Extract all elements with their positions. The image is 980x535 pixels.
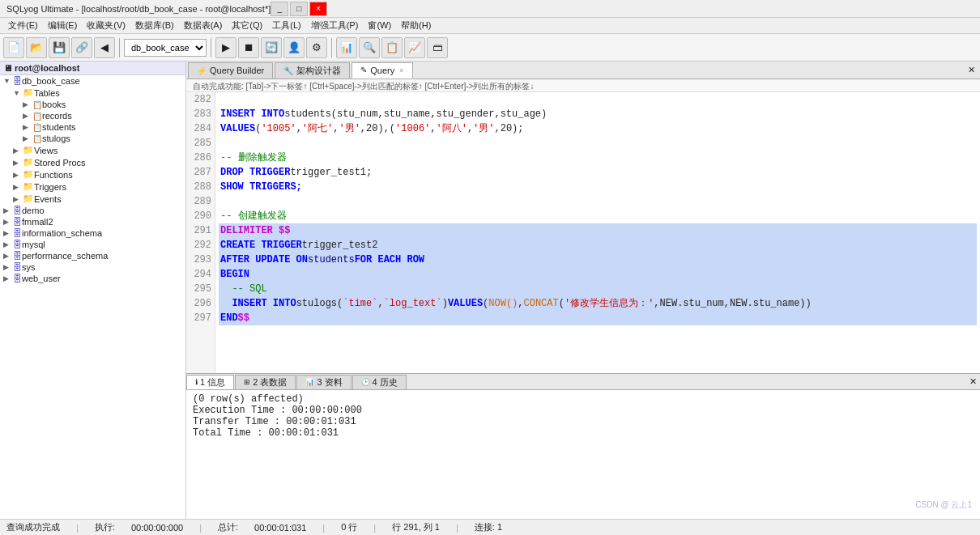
tab-query-close[interactable]: × (399, 66, 403, 74)
code-296-comma: , (377, 296, 383, 311)
sidebar-item-events[interactable]: ▶ 📁 Events (0, 193, 185, 205)
code-line-292: CREATE TRIGGER trigger_test2 (219, 238, 977, 253)
close-button[interactable]: × (309, 2, 327, 16)
toolbar-btn-extra2[interactable]: 🔍 (359, 37, 380, 58)
result-tab-info2-label: 3 资料 (317, 376, 342, 389)
arrow-icon: ▶ (3, 229, 13, 237)
root-icon: 🖥 (3, 63, 12, 73)
sidebar-item-mysql[interactable]: ▶ 🗄 mysql (0, 239, 185, 250)
menu-table[interactable]: 数据表(A) (179, 19, 228, 32)
sidebar-item-sys[interactable]: ▶ 🗄 sys (0, 261, 185, 273)
result-tab-history[interactable]: 🕒 4 历史 (352, 375, 407, 389)
information-schema-label: information_schema (22, 228, 102, 238)
sidebar-item-books[interactable]: ▶ 📋 books (0, 99, 185, 110)
sidebar-root[interactable]: 🖥 root@localhost (0, 62, 185, 75)
toolbar-execute[interactable]: ▶ (215, 37, 236, 58)
toolbar-open[interactable]: 📂 (26, 37, 47, 58)
folder-icon: 📁 (23, 145, 34, 155)
sidebar-item-db-book-case[interactable]: ▼ 🗄 db_book_case (0, 75, 185, 87)
sidebar-item-tables[interactable]: ▼ 📁 Tables (0, 87, 185, 99)
code-line-282 (219, 92, 977, 107)
folder-icon: 📁 (23, 157, 34, 168)
str-aq7: '阿七' (302, 121, 333, 136)
code-296-comma2: , (518, 296, 523, 311)
maximize-button[interactable]: □ (290, 2, 308, 16)
result-tab-info2[interactable]: 📊 3 资料 (296, 375, 351, 389)
code-296-indent (220, 296, 232, 311)
tbl-students: students (308, 253, 355, 267)
toolbar-btn-extra4[interactable]: 📈 (404, 37, 425, 58)
line-num-286: 286 (190, 151, 211, 165)
menu-tools[interactable]: 工具(L) (267, 19, 305, 32)
folder-icon: 📁 (23, 193, 34, 204)
toolbar-refresh[interactable]: 🔄 (261, 37, 282, 58)
code-editor[interactable]: INSERT INTO students(stu_num,stu_name,st… (215, 92, 980, 373)
results-close-button[interactable]: ✕ (966, 376, 980, 387)
web-user-label: web_user (22, 274, 61, 283)
kw-values2: VALUES (448, 296, 483, 311)
titlebar-controls[interactable]: _ □ × (271, 2, 327, 16)
menu-database[interactable]: 数据库(B) (130, 19, 179, 32)
menu-file[interactable]: 文件(E) (3, 19, 43, 32)
sidebar-item-performance-schema[interactable]: ▶ 🗄 performance_schema (0, 250, 185, 261)
menu-edit[interactable]: 编辑(E) (43, 19, 83, 32)
kw-drop: DROP TRIGGER (220, 165, 290, 180)
sys-label: sys (22, 262, 36, 272)
minimize-button[interactable]: _ (271, 2, 288, 16)
position-info: 行 291, 列 1 (392, 521, 440, 533)
tab-query[interactable]: ✎ Query × (352, 62, 412, 79)
sidebar-item-demo[interactable]: ▶ 🗄 demo (0, 205, 185, 216)
code-line-293: AFTER UPDATE ON students FOR EACH ROW (219, 253, 977, 267)
toolbar-settings[interactable]: ⚙ (306, 37, 327, 58)
result-tab-table-data[interactable]: ⊞ 2 表数据 (235, 375, 296, 389)
sidebar-item-stulogs[interactable]: ▶ 📋 stulogs (0, 133, 185, 144)
menu-help[interactable]: 帮助(H) (396, 19, 436, 32)
books-label: books (42, 100, 66, 109)
toolbar-connect[interactable]: 🔗 (71, 37, 92, 58)
info2-icon: 📊 (305, 378, 314, 386)
toolbar-back[interactable]: ◀ (94, 37, 115, 58)
toolbar-btn-extra5[interactable]: 🗃 (427, 37, 448, 58)
kw-values: VALUES (220, 121, 255, 136)
code-line-291: DELIMITER $$ (219, 223, 977, 238)
sidebar-item-stored-procs[interactable]: ▶ 📁 Stored Procs (0, 156, 185, 168)
result-tab-info[interactable]: ℹ 1 信息 (186, 375, 234, 389)
kw-begin: BEGIN (220, 267, 249, 282)
toolbar-profile[interactable]: 👤 (283, 37, 305, 58)
close-panel-button[interactable]: ✕ (965, 65, 978, 75)
sidebar-item-functions[interactable]: ▶ 📁 Functions (0, 168, 185, 180)
toolbar-btn-extra1[interactable]: 📊 (336, 37, 357, 58)
results-area: ℹ 1 信息 ⊞ 2 表数据 📊 3 资料 🕒 4 历史 ✕ (186, 373, 980, 519)
arrow-icon: ▶ (13, 159, 23, 167)
result-tab-table-label: 2 表数据 (253, 376, 287, 389)
mysql-label: mysql (22, 240, 45, 249)
menu-other[interactable]: 其它(Q) (227, 19, 267, 32)
sidebar-root-label: root@localhost (15, 63, 79, 73)
arrow-icon: ▶ (13, 171, 23, 179)
tab-query-label: Query (370, 66, 394, 75)
tab-schema-designer[interactable]: 🔧 架构设计器 (275, 62, 350, 79)
fmmall2-label: fmmall2 (22, 217, 53, 227)
query-icon: ✎ (360, 66, 367, 74)
sidebar-item-web-user[interactable]: ▶ 🗄 web_user (0, 273, 185, 284)
menu-favorites[interactable]: 收藏夹(V) (82, 19, 130, 32)
menu-enhanced[interactable]: 增强工具(P) (306, 19, 364, 32)
sidebar-item-records[interactable]: ▶ 📋 records (0, 110, 185, 121)
sidebar-item-fmmall2[interactable]: ▶ 🗄 fmmall2 (0, 216, 185, 227)
sidebar-item-students[interactable]: ▶ 📋 students (0, 121, 185, 133)
menu-window[interactable]: 窗(W) (363, 19, 396, 32)
sidebar-item-views[interactable]: ▶ 📁 Views (0, 144, 185, 156)
line-num-283: 283 (190, 107, 211, 121)
toolbar-save[interactable]: 💾 (49, 37, 70, 58)
toolbar-new[interactable]: 📄 (3, 37, 24, 58)
sidebar-item-triggers[interactable]: ▶ 📁 Triggers (0, 180, 185, 193)
line-num-291: 291 (190, 223, 211, 238)
tab-query-builder[interactable]: ⚡ Query Builder (188, 62, 273, 79)
database-selector[interactable]: db_book_case (124, 39, 207, 57)
line-num-297: 297 (190, 311, 211, 325)
toolbar-stop[interactable]: ⏹ (238, 37, 259, 58)
toolbar-btn-extra3[interactable]: 📋 (381, 37, 403, 58)
editor-area[interactable]: 282 283 284 285 286 287 288 289 290 291 … (186, 92, 980, 373)
sidebar-item-information-schema[interactable]: ▶ 🗄 information_schema (0, 227, 185, 239)
cmt-sql: -- SQL (232, 282, 266, 296)
